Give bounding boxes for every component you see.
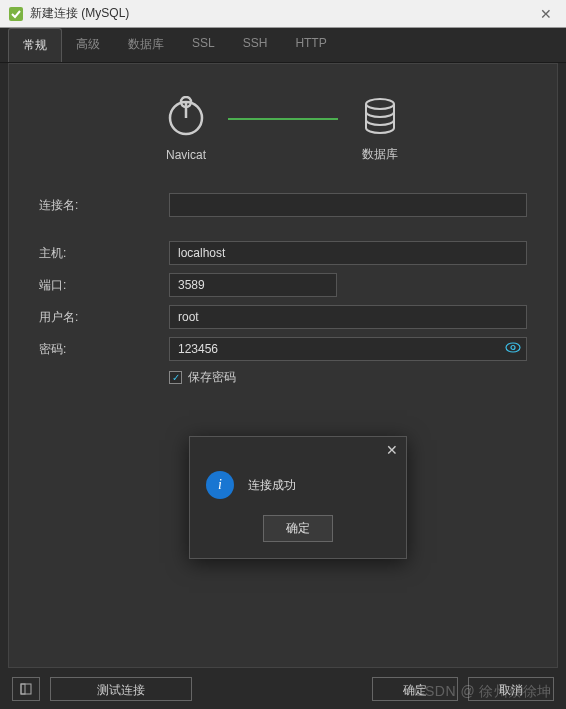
close-icon[interactable]: ✕ (534, 6, 558, 22)
window-title: 新建连接 (MySQL) (30, 5, 534, 22)
host-label: 主机: (39, 245, 169, 262)
connection-line (228, 118, 338, 120)
svg-rect-8 (21, 684, 25, 694)
layout-icon-button[interactable] (12, 677, 40, 701)
info-icon: i (206, 471, 234, 499)
dialog-ok-button[interactable]: 确定 (263, 515, 333, 542)
tab-database[interactable]: 数据库 (114, 28, 178, 62)
host-input[interactable] (169, 241, 527, 265)
password-label: 密码: (39, 341, 169, 358)
dialog-close-icon[interactable]: ✕ (386, 442, 398, 458)
content-panel: Navicat 数据库 连接名: 主机: 端口: 用户名: (8, 63, 558, 668)
tabbar: 常规 高级 数据库 SSL SSH HTTP (0, 28, 566, 63)
database-icon (358, 94, 402, 138)
svg-point-5 (506, 343, 520, 352)
svg-point-6 (511, 346, 515, 350)
port-input[interactable] (169, 273, 337, 297)
dialog-titlebar: ✕ (190, 437, 406, 463)
username-label: 用户名: (39, 309, 169, 326)
client-node: Navicat (164, 96, 208, 162)
test-connection-button[interactable]: 测试连接 (50, 677, 192, 701)
client-label: Navicat (166, 148, 206, 162)
svg-rect-0 (9, 7, 23, 21)
tab-advanced[interactable]: 高级 (62, 28, 114, 62)
port-label: 端口: (39, 277, 169, 294)
connection-name-input[interactable] (169, 193, 527, 217)
svg-rect-7 (21, 684, 31, 694)
db-label: 数据库 (362, 146, 398, 163)
tab-ssl[interactable]: SSL (178, 28, 229, 62)
message-dialog: ✕ i 连接成功 确定 (189, 436, 407, 559)
navicat-icon (164, 96, 208, 140)
tab-general[interactable]: 常规 (8, 28, 62, 62)
cancel-button[interactable]: 取消 (468, 677, 554, 701)
reveal-password-icon[interactable] (505, 340, 521, 359)
app-icon (8, 6, 24, 22)
save-password-label: 保存密码 (188, 369, 236, 386)
dialog-message: 连接成功 (248, 477, 296, 494)
db-node: 数据库 (358, 94, 402, 163)
connection-form: 连接名: 主机: 端口: 用户名: 密码: ✓ 保存密码 (9, 183, 557, 396)
ok-button[interactable]: 确定 (372, 677, 458, 701)
connection-diagram: Navicat 数据库 (9, 64, 557, 183)
svg-point-4 (366, 99, 394, 109)
bottombar: 测试连接 确定 取消 (0, 669, 566, 709)
tab-http[interactable]: HTTP (281, 28, 340, 62)
tab-ssh[interactable]: SSH (229, 28, 282, 62)
password-input[interactable] (169, 337, 527, 361)
titlebar: 新建连接 (MySQL) ✕ (0, 0, 566, 28)
save-password-checkbox[interactable]: ✓ (169, 371, 182, 384)
connection-name-label: 连接名: (39, 197, 169, 214)
username-input[interactable] (169, 305, 527, 329)
